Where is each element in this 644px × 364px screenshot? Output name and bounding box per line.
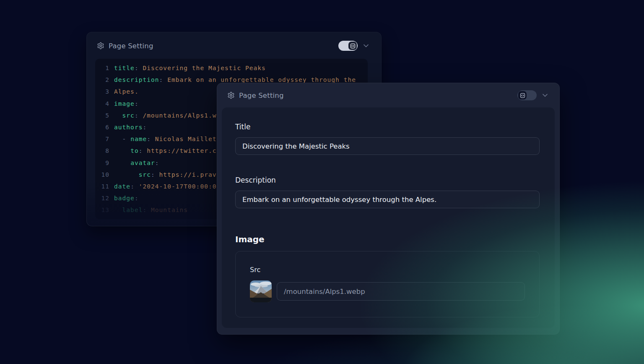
src-label: Src	[250, 266, 525, 274]
form-panel-header: Page Setting	[217, 83, 559, 100]
title-input[interactable]	[235, 137, 540, 155]
code-square-icon	[348, 42, 357, 50]
title-label: Title	[235, 123, 540, 131]
form-card: Title Description Image Src	[222, 107, 555, 328]
image-thumbnail	[250, 280, 272, 302]
description-label: Description	[235, 176, 540, 184]
chevron-down-icon[interactable]	[541, 91, 549, 100]
src-row	[250, 280, 525, 302]
code-line: 1title: Discovering the Majestic Peaks	[100, 62, 368, 74]
page-background: Page Setting 1title: Discovering the Maj…	[0, 0, 644, 364]
gear-icon	[97, 42, 104, 50]
code-panel-header: Page Setting	[87, 32, 381, 51]
src-input[interactable]	[277, 282, 525, 301]
image-fieldset: Src	[235, 251, 540, 317]
panel-title: Page Setting	[109, 42, 153, 50]
chevron-down-icon[interactable]	[362, 42, 370, 50]
code-square-icon	[518, 91, 527, 100]
description-input[interactable]	[235, 191, 540, 208]
gear-icon	[227, 92, 235, 99]
view-mode-toggle[interactable]	[338, 41, 358, 51]
form-panel: Page Setting Title Description Image Src	[217, 83, 560, 335]
view-mode-toggle[interactable]	[517, 90, 537, 100]
panel-title: Page Setting	[239, 92, 284, 100]
image-heading: Image	[235, 234, 540, 244]
